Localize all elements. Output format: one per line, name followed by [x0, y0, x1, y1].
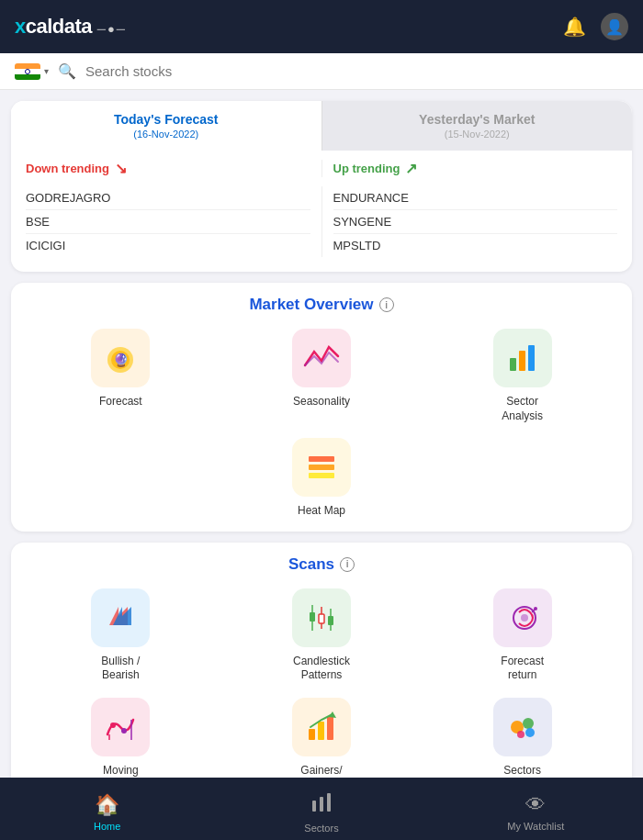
- svg-point-31: [525, 728, 535, 737]
- svg-rect-26: [318, 722, 324, 740]
- nav-watchlist[interactable]: 👁 My Watchlist: [429, 786, 643, 832]
- movingavg-icon-box: [91, 698, 150, 756]
- sector-label: SectorAnalysis: [502, 395, 543, 423]
- forecast-icon: 🔮: [102, 340, 139, 376]
- down-trending-label: Down trending ↘: [26, 160, 310, 177]
- list-item[interactable]: MPSLTD: [333, 234, 618, 257]
- col-divider: [322, 160, 322, 177]
- sectors-nav-icon: [310, 791, 333, 819]
- movingavg-icon: [102, 709, 139, 745]
- up-trending-label: Up trending ↗: [333, 160, 618, 177]
- svg-rect-7: [309, 465, 334, 470]
- logo: xcaldata ─●─: [15, 15, 127, 39]
- col-divider-stocks: [322, 186, 322, 257]
- sectors-icon: [310, 791, 333, 813]
- heatmap-icon: [303, 449, 340, 486]
- country-selector[interactable]: ▾: [15, 63, 49, 80]
- sector-icon-box: [493, 329, 552, 387]
- scans-info-icon[interactable]: i: [340, 557, 355, 572]
- svg-point-30: [523, 718, 534, 729]
- svg-rect-60: [320, 797, 323, 812]
- svg-rect-14: [319, 614, 324, 623]
- candlestick-icon-box: [292, 588, 351, 647]
- yesterday-tab-title: Yesterday's Market: [330, 112, 626, 127]
- forecastreturn-icon: [504, 599, 541, 636]
- forecast-icon-box: 🔮: [91, 329, 150, 387]
- home-icon: 🏠: [95, 793, 119, 817]
- nav-sectors[interactable]: Sectors: [214, 784, 428, 834]
- svg-rect-3: [510, 358, 516, 371]
- forecastreturn-label: Forecastreturn: [501, 655, 544, 683]
- sector-icon: [504, 340, 541, 376]
- svg-point-18: [521, 614, 528, 622]
- nav-home[interactable]: 🏠 Home: [0, 786, 214, 832]
- today-tab-date: (16-Nov-2022): [18, 129, 314, 140]
- svg-point-22: [121, 728, 127, 734]
- gainers-icon: [303, 709, 340, 745]
- search-input[interactable]: [85, 63, 628, 79]
- svg-point-21: [110, 722, 116, 728]
- candlestick-label: CandlestickPatterns: [293, 655, 350, 683]
- forecast-card: Today's Forecast (16-Nov-2022) Yesterday…: [11, 101, 632, 272]
- list-item[interactable]: GODREJAGRO: [26, 186, 310, 210]
- forecast-return-item[interactable]: Forecastreturn: [425, 588, 619, 683]
- watchlist-icon: 👁: [525, 793, 546, 817]
- scans-title: Scans i: [24, 555, 619, 574]
- market-sector-item[interactable]: SectorAnalysis: [425, 329, 619, 423]
- svg-rect-4: [519, 351, 525, 371]
- svg-rect-5: [528, 345, 535, 371]
- svg-rect-61: [327, 793, 331, 812]
- trending-header: Down trending ↘ Up trending ↗: [26, 160, 617, 177]
- seasonality-icon-box: [292, 329, 351, 387]
- candlestick-item[interactable]: CandlestickPatterns: [225, 588, 419, 683]
- list-item[interactable]: BSE: [26, 210, 310, 234]
- scans-grid: Bullish /Bearish CandlestickPatterns: [24, 588, 619, 792]
- bullish-bearish-item[interactable]: Bullish /Bearish: [24, 588, 218, 683]
- gainers-icon-box: [292, 698, 351, 756]
- up-trending-col: Up trending ↗: [333, 160, 618, 177]
- bottom-nav: 🏠 Home Sectors 👁 My Watchlist: [0, 778, 643, 840]
- app-header: xcaldata ─●─ 🔔 👤: [0, 0, 643, 53]
- forecast-label: Forecast: [99, 395, 142, 409]
- notification-icon[interactable]: 🔔: [563, 16, 586, 38]
- market-overview-grid: 🔮 Forecast Seasonality: [24, 329, 619, 519]
- nav-sectors-label: Sectors: [304, 823, 338, 834]
- seasonality-label: Seasonality: [293, 395, 350, 409]
- market-overview-card: Market Overview i 🔮 Forecast: [11, 283, 632, 532]
- heatmap-label: Heat Map: [298, 504, 345, 519]
- seasonality-icon: [301, 338, 342, 378]
- svg-rect-16: [328, 616, 333, 625]
- header-icons: 🔔 👤: [563, 13, 628, 40]
- profile-icon[interactable]: 👤: [601, 13, 628, 40]
- nav-watchlist-label: My Watchlist: [507, 821, 564, 832]
- main-content: Today's Forecast (16-Nov-2022) Yesterday…: [0, 90, 643, 840]
- country-dropdown-arrow: ▾: [44, 66, 49, 76]
- market-heatmap-item[interactable]: Heat Map: [225, 438, 419, 519]
- sectorstrend-icon-box: [493, 698, 552, 756]
- market-seasonality-item[interactable]: Seasonality: [225, 329, 419, 423]
- tab-today[interactable]: Today's Forecast (16-Nov-2022): [11, 101, 322, 151]
- info-icon[interactable]: i: [379, 297, 394, 312]
- list-item[interactable]: SYNGENE: [333, 210, 618, 234]
- market-forecast-item[interactable]: 🔮 Forecast: [24, 329, 218, 423]
- stock-lists: GODREJAGRO BSE ICICIGI ENDURANCE SYNGENE…: [26, 186, 617, 257]
- india-flag: [15, 63, 40, 80]
- candlestick-icon: [303, 599, 340, 636]
- bullish-label: Bullish /Bearish: [101, 655, 140, 683]
- nav-home-label: Home: [94, 821, 120, 832]
- up-stocks-list: ENDURANCE SYNGENE MPSLTD: [333, 186, 618, 257]
- today-tab-title: Today's Forecast: [18, 112, 314, 127]
- bullish-icon: [102, 599, 139, 636]
- svg-rect-8: [309, 473, 334, 478]
- trending-section: Down trending ↘ Up trending ↗ GODREJAGRO…: [11, 149, 632, 272]
- svg-text:🔮: 🔮: [113, 353, 130, 368]
- svg-rect-12: [310, 612, 315, 622]
- svg-rect-6: [309, 456, 334, 462]
- list-item[interactable]: ENDURANCE: [333, 186, 618, 210]
- forecastreturn-icon-box: [493, 588, 552, 647]
- down-stocks-list: GODREJAGRO BSE ICICIGI: [26, 186, 310, 257]
- list-item[interactable]: ICICIGI: [26, 234, 310, 257]
- search-bar: ▾ 🔍: [0, 53, 643, 90]
- tab-yesterday[interactable]: Yesterday's Market (15-Nov-2022): [322, 101, 633, 151]
- sectorstrend-icon: [504, 709, 541, 745]
